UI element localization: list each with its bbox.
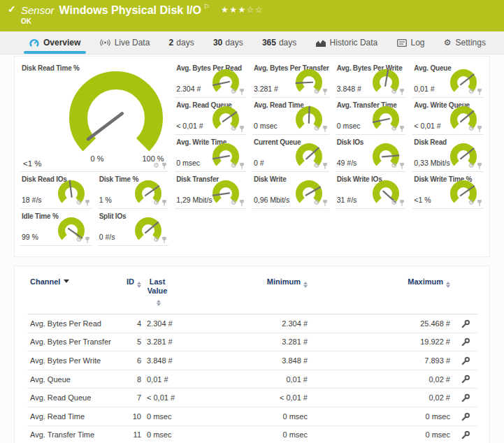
edit-channel-icon[interactable] <box>461 356 470 364</box>
pin-icon[interactable] <box>399 89 405 95</box>
pin-icon[interactable] <box>399 163 405 169</box>
gear-icon[interactable]: ⚙ <box>468 125 475 132</box>
pin-icon[interactable] <box>85 200 90 206</box>
gear-icon[interactable]: ⚙ <box>391 88 397 95</box>
tab-settings[interactable]: ⚙Settings <box>438 31 491 54</box>
pin-icon[interactable] <box>477 200 482 206</box>
gauge-tile[interactable]: Disk IOs49 #/s⚙ <box>336 135 407 172</box>
tab-30-days[interactable]: 30days <box>208 31 249 54</box>
cell-channel[interactable]: Avg. Read Time <box>27 407 118 426</box>
pin-icon[interactable] <box>239 163 245 169</box>
gauge-tile[interactable]: Disk Transfer1,29 Mbit/s⚙ <box>175 172 246 209</box>
cell-channel[interactable]: Avg. Read Queue <box>27 388 118 407</box>
gauge-tile[interactable]: Avg. Read Queue< 0,01 #⚙ <box>175 98 246 135</box>
gear-icon[interactable]: ⚙ <box>153 162 159 169</box>
column-header-id[interactable]: ID <box>118 273 144 314</box>
gauge-tile[interactable]: Split IOs0 #/s⚙ <box>98 209 169 246</box>
gear-icon[interactable]: ⚙ <box>231 125 237 132</box>
gauge-tile[interactable]: Avg. Bytes Per Write3.848 #⚙ <box>336 61 407 98</box>
gear-icon[interactable]: ⚙ <box>314 88 320 95</box>
pin-icon[interactable] <box>239 126 245 132</box>
cell-channel[interactable]: Avg. Queue <box>27 370 118 388</box>
pin-icon[interactable] <box>477 126 482 132</box>
gear-icon[interactable]: ⚙ <box>153 199 159 206</box>
column-header-channel[interactable]: Channel <box>27 273 118 314</box>
pin-icon[interactable] <box>399 200 405 206</box>
pin-icon[interactable] <box>322 200 328 206</box>
star-filled-icon[interactable]: ★ <box>238 5 247 15</box>
column-header-last[interactable]: LastValue <box>144 273 171 314</box>
priority-stars-rating[interactable]: ★★★☆☆ <box>221 5 264 15</box>
edit-channel-icon[interactable] <box>461 375 470 383</box>
gear-icon[interactable]: ⚙ <box>231 88 237 95</box>
gear-icon[interactable]: ⚙ <box>314 162 320 169</box>
column-header-min[interactable]: Minimum <box>171 273 310 314</box>
edit-channel-icon[interactable] <box>461 393 470 401</box>
pin-icon[interactable] <box>399 126 405 132</box>
tab-label: days <box>225 38 243 48</box>
pin-icon[interactable] <box>477 163 482 169</box>
pin-icon[interactable] <box>161 163 167 169</box>
gear-icon[interactable]: ⚙ <box>314 199 320 206</box>
pin-icon[interactable] <box>161 237 167 243</box>
pin-icon[interactable] <box>239 200 245 206</box>
gear-icon[interactable]: ⚙ <box>468 88 475 95</box>
tab-historic-data[interactable]: Historic Data <box>310 31 384 54</box>
gear-icon[interactable]: ⚙ <box>391 199 397 206</box>
gear-icon[interactable]: ⚙ <box>76 199 82 206</box>
gauge-tile[interactable]: Idle Time %99 %⚙ <box>20 209 92 246</box>
gauge-tile[interactable]: Disk Write IOs31 #/s⚙ <box>336 172 407 209</box>
gauge-tile[interactable]: Avg. Write Queue< 0,01 #⚙ <box>412 98 484 135</box>
gear-icon[interactable]: ⚙ <box>231 199 237 206</box>
column-header-max[interactable]: Maximum <box>310 273 453 314</box>
gauge-tile[interactable]: Disk Read IOs18 #/s⚙ <box>20 172 92 209</box>
gauge-tile[interactable]: Disk Read0,33 Mbit/s⚙ <box>412 135 484 172</box>
star-filled-icon[interactable]: ★ <box>221 5 229 15</box>
gear-icon[interactable]: ⚙ <box>231 162 237 169</box>
gear-icon[interactable]: ⚙ <box>468 199 475 206</box>
gear-icon[interactable]: ⚙ <box>391 162 397 169</box>
gauge-tile-primary[interactable]: Disk Read Time % 0 % 100 % <1 % ⚙ <box>20 61 168 172</box>
gauge-tile[interactable]: Avg. Bytes Per Read2.304 #⚙ <box>175 61 246 98</box>
tab-live-data[interactable]: Live Data <box>94 31 156 54</box>
cell-channel[interactable]: Avg. Transfer Time <box>27 426 118 443</box>
star-empty-icon[interactable]: ☆ <box>247 5 255 15</box>
tab-log[interactable]: Log <box>391 31 431 54</box>
pin-icon[interactable] <box>161 200 167 206</box>
cell-minimum: 0,01 # <box>171 370 310 388</box>
pin-icon[interactable] <box>322 126 328 132</box>
gear-icon[interactable]: ⚙ <box>76 236 82 243</box>
edit-channel-icon[interactable] <box>461 430 470 439</box>
tab-overview[interactable]: Overview <box>24 31 86 54</box>
gauge-tile[interactable]: Avg. Transfer Time0 msec⚙ <box>336 98 407 135</box>
edit-channel-icon[interactable] <box>461 337 470 346</box>
star-filled-icon[interactable]: ★ <box>229 5 238 15</box>
gauge-value: 0 #/s <box>99 233 115 241</box>
gauge-tile[interactable]: Avg. Queue0,01 #⚙ <box>412 61 484 98</box>
gear-icon[interactable]: ⚙ <box>153 236 159 243</box>
edit-channel-icon[interactable] <box>461 412 470 420</box>
star-empty-icon[interactable]: ☆ <box>255 5 264 15</box>
gauge-tile[interactable]: Disk Time %1 %⚙ <box>98 172 169 209</box>
pin-icon[interactable] <box>85 237 90 243</box>
pin-icon[interactable] <box>477 89 482 95</box>
gear-icon[interactable]: ⚙ <box>314 125 320 132</box>
cell-channel[interactable]: Avg. Bytes Per Write <box>27 351 118 370</box>
gauge-tile[interactable]: Avg. Bytes Per Transfer3.281 #⚙ <box>252 61 329 98</box>
gauge-tile[interactable]: Avg. Read Time0 msec⚙ <box>252 98 329 135</box>
tab-365-days[interactable]: 365days <box>257 31 302 54</box>
pin-icon[interactable] <box>239 89 245 95</box>
priority-flag-icon[interactable]: ⚐ <box>203 3 210 10</box>
edit-channel-icon[interactable] <box>461 319 470 327</box>
tab-2-days[interactable]: 2days <box>164 31 200 54</box>
cell-channel[interactable]: Avg. Bytes Per Read <box>27 314 118 333</box>
gauge-tile[interactable]: Avg. Write Time0 msec⚙ <box>175 135 246 172</box>
pin-icon[interactable] <box>322 89 328 95</box>
cell-channel[interactable]: Avg. Bytes Per Transfer <box>27 333 118 351</box>
gear-icon[interactable]: ⚙ <box>468 162 475 169</box>
gauge-tile[interactable]: Disk Write Time %<1 %⚙ <box>412 172 484 209</box>
pin-icon[interactable] <box>322 163 328 169</box>
gauge-tile[interactable]: Disk Write0,96 Mbit/s⚙ <box>252 172 329 209</box>
gauge-tile[interactable]: Current Queue0 #⚙ <box>252 135 329 172</box>
gear-icon[interactable]: ⚙ <box>391 125 397 132</box>
